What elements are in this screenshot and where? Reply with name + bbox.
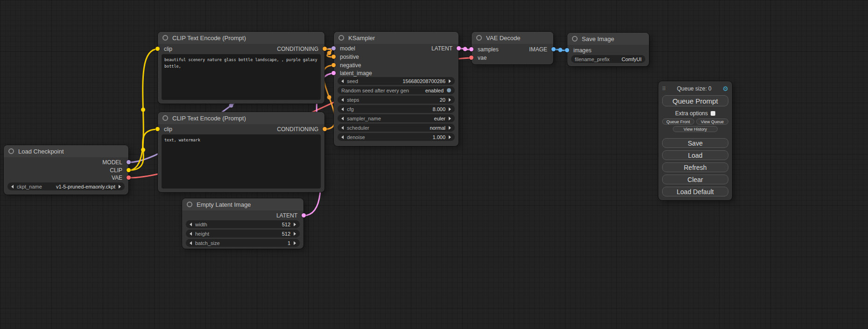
output-dot-latent[interactable]	[457, 46, 461, 50]
node-ksampler[interactable]: KSampler model positive negative latent_…	[334, 32, 459, 146]
increment-arrow-icon[interactable]	[449, 126, 451, 130]
node-title-bar[interactable]: CLIP Text Encode (Prompt)	[158, 112, 325, 124]
prompt-textarea[interactable]: beautiful scenery nature glass bottle la…	[162, 54, 321, 100]
save-button[interactable]: Save	[662, 138, 728, 148]
output-dot-image[interactable]	[551, 47, 556, 51]
extra-options-checkbox[interactable]	[711, 111, 715, 116]
toggle-dot-icon[interactable]	[447, 88, 451, 92]
widget-steps[interactable]: steps 20	[338, 96, 455, 104]
increment-arrow-icon[interactable]	[294, 241, 296, 245]
widget-filename-prefix[interactable]: filename_prefix ComfyUI	[571, 55, 645, 63]
increment-arrow-icon[interactable]	[449, 135, 451, 139]
collapse-dot-icon[interactable]	[339, 35, 344, 41]
node-vae-decode[interactable]: VAE Decode samples vae IMAGE	[472, 32, 553, 64]
prompt-textarea[interactable]: text, watermark	[162, 134, 321, 189]
input-label-clip: clip	[164, 46, 172, 52]
decrement-arrow-icon[interactable]	[341, 135, 344, 139]
widget-scheduler[interactable]: scheduler normal	[338, 124, 455, 132]
input-dot-vae[interactable]	[469, 56, 473, 60]
decrement-arrow-icon[interactable]	[190, 232, 192, 236]
input-dot-clip[interactable]	[155, 127, 160, 131]
decrement-arrow-icon[interactable]	[190, 241, 192, 245]
widget-denoise[interactable]: denoise 1.000	[338, 133, 455, 141]
output-dot-clip[interactable]	[127, 168, 131, 172]
wire-clip-negative	[128, 129, 158, 170]
input-label-model: model	[340, 45, 355, 52]
widget-name-label: Random seed after every gen	[341, 88, 409, 93]
input-dot-latent-image[interactable]	[332, 71, 336, 75]
collapse-dot-icon[interactable]	[162, 35, 168, 41]
increment-arrow-icon[interactable]	[119, 185, 121, 189]
node-clip-text-encode-negative[interactable]: CLIP Text Encode (Prompt) clip CONDITION…	[158, 112, 325, 192]
increment-arrow-icon[interactable]	[449, 107, 451, 111]
increment-arrow-icon[interactable]	[449, 98, 451, 102]
output-label-conditioning: CONDITIONING	[277, 126, 318, 133]
load-default-button[interactable]: Load Default	[662, 187, 728, 196]
widget-value-label: 512	[282, 231, 290, 237]
node-canvas[interactable]: Load Checkpoint MODEL CLIP VAE ckpt_name…	[0, 0, 868, 329]
widget-name-label: scheduler	[347, 125, 369, 131]
collapse-dot-icon[interactable]	[187, 202, 192, 207]
node-title-bar[interactable]: CLIP Text Encode (Prompt)	[158, 32, 325, 44]
decrement-arrow-icon[interactable]	[341, 107, 344, 111]
input-dot-model[interactable]	[332, 46, 336, 50]
widget-batch-size[interactable]: batch_size 1	[186, 239, 300, 247]
collapse-dot-icon[interactable]	[8, 148, 14, 154]
settings-gear-icon[interactable]: ⚙	[722, 85, 728, 92]
widget-name-label: seed	[347, 78, 358, 84]
output-dot-latent[interactable]	[302, 213, 306, 217]
queue-front-button[interactable]: Queue Front	[662, 119, 694, 125]
widget-seed[interactable]: seed 156680208700286	[338, 77, 455, 85]
widget-width[interactable]: width 512	[186, 220, 300, 228]
collapse-dot-icon[interactable]	[162, 115, 168, 121]
node-title-bar[interactable]: KSampler	[334, 32, 459, 44]
node-title: Save Image	[582, 35, 614, 42]
decrement-arrow-icon[interactable]	[341, 126, 344, 130]
node-load-checkpoint[interactable]: Load Checkpoint MODEL CLIP VAE ckpt_name…	[4, 145, 128, 195]
refresh-button[interactable]: Refresh	[662, 162, 728, 172]
output-dot-vae[interactable]	[127, 175, 131, 180]
decrement-arrow-icon[interactable]	[190, 223, 192, 226]
collapse-dot-icon[interactable]	[476, 35, 482, 41]
output-dot-conditioning[interactable]	[323, 127, 327, 131]
output-dot-model[interactable]	[127, 160, 131, 164]
increment-arrow-icon[interactable]	[294, 232, 296, 236]
widget-height[interactable]: height 512	[186, 230, 300, 238]
view-history-button[interactable]: View History	[673, 126, 718, 132]
collapse-dot-icon[interactable]	[572, 36, 578, 42]
increment-arrow-icon[interactable]	[294, 223, 296, 226]
input-dot-negative[interactable]	[332, 63, 336, 67]
decrement-arrow-icon[interactable]	[341, 98, 344, 102]
clear-button[interactable]: Clear	[662, 175, 728, 184]
widget-cfg[interactable]: cfg 8.000	[338, 105, 455, 113]
node-empty-latent-image[interactable]: Empty Latent Image LATENT width 512 heig…	[182, 198, 303, 249]
load-button[interactable]: Load	[662, 150, 728, 160]
node-title-bar[interactable]: Save Image	[567, 33, 649, 45]
widget-random-seed[interactable]: Random seed after every gen enabled	[338, 86, 455, 94]
increment-arrow-icon[interactable]	[449, 117, 451, 120]
widget-name-label: width	[195, 222, 207, 227]
output-dot-conditioning[interactable]	[323, 47, 327, 51]
widget-sampler-name[interactable]: sampler_name euler	[338, 114, 455, 122]
input-slot-vae: vae	[478, 55, 487, 61]
node-save-image[interactable]: Save Image images filename_prefix ComfyU…	[567, 33, 649, 66]
decrement-arrow-icon[interactable]	[11, 185, 14, 189]
queue-menu-panel: ⠿ Queue size: 0 ⚙ Queue Prompt Extra opt…	[658, 81, 732, 200]
input-dot-samples[interactable]	[469, 47, 473, 51]
node-title: CLIP Text Encode (Prompt)	[172, 115, 246, 122]
node-title-bar[interactable]: Load Checkpoint	[4, 145, 128, 157]
decrement-arrow-icon[interactable]	[341, 79, 344, 83]
node-clip-text-encode-positive[interactable]: CLIP Text Encode (Prompt) clip CONDITION…	[158, 32, 325, 104]
input-dot-images[interactable]	[565, 48, 569, 52]
input-dot-positive[interactable]	[332, 55, 336, 59]
node-title-bar[interactable]: VAE Decode	[472, 32, 553, 44]
view-queue-button[interactable]: View Queue	[696, 119, 728, 125]
input-dot-clip[interactable]	[155, 47, 160, 51]
drag-handle-icon[interactable]: ⠿	[662, 86, 666, 92]
queue-prompt-button[interactable]: Queue Prompt	[662, 95, 728, 106]
widget-ckpt-name[interactable]: ckpt_name v1-5-pruned-emaonly.ckpt	[7, 182, 125, 190]
widget-name-label: ckpt_name	[17, 184, 42, 189]
increment-arrow-icon[interactable]	[449, 79, 451, 83]
decrement-arrow-icon[interactable]	[341, 117, 344, 120]
node-title-bar[interactable]: Empty Latent Image	[182, 198, 303, 210]
